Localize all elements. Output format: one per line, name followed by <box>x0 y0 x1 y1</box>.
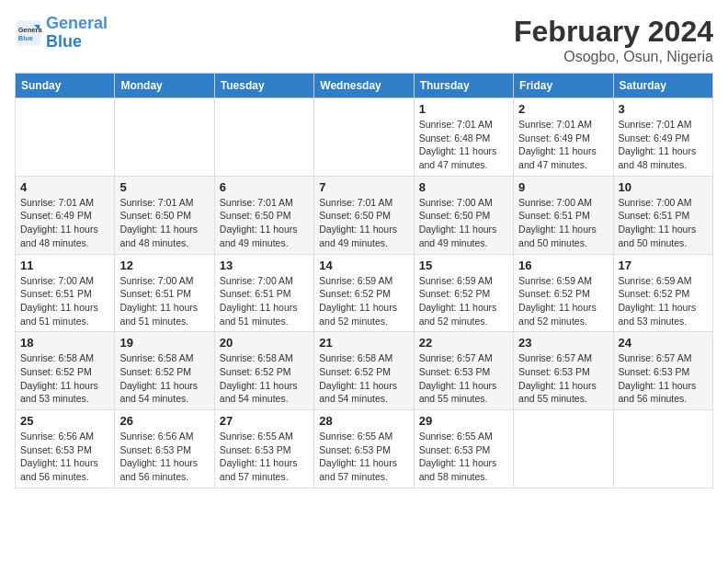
day-info: Sunrise: 6:55 AM Sunset: 6:53 PM Dayligh… <box>419 430 508 484</box>
col-header-tuesday: Tuesday <box>214 74 313 98</box>
day-info: Sunrise: 7:01 AM Sunset: 6:50 PM Dayligh… <box>220 196 309 250</box>
day-number: 21 <box>319 336 408 350</box>
calendar-cell: 15Sunrise: 6:59 AM Sunset: 6:52 PM Dayli… <box>414 254 513 332</box>
calendar-cell <box>314 98 414 177</box>
col-header-monday: Monday <box>115 74 214 98</box>
day-number: 5 <box>119 180 209 194</box>
logo: General Blue GeneralBlue <box>15 15 108 52</box>
day-info: Sunrise: 6:59 AM Sunset: 6:52 PM Dayligh… <box>419 274 508 328</box>
day-info: Sunrise: 6:55 AM Sunset: 6:53 PM Dayligh… <box>319 430 408 484</box>
calendar-cell: 2Sunrise: 7:01 AM Sunset: 6:49 PM Daylig… <box>514 98 613 177</box>
header-row: SundayMondayTuesdayWednesdayThursdayFrid… <box>16 74 713 98</box>
day-info: Sunrise: 6:58 AM Sunset: 6:52 PM Dayligh… <box>220 351 309 406</box>
day-info: Sunrise: 6:57 AM Sunset: 6:53 PM Dayligh… <box>619 351 708 406</box>
day-info: Sunrise: 6:58 AM Sunset: 6:52 PM Dayligh… <box>319 351 408 406</box>
calendar-cell: 8Sunrise: 7:00 AM Sunset: 6:50 PM Daylig… <box>414 176 513 254</box>
day-info: Sunrise: 7:01 AM Sunset: 6:49 PM Dayligh… <box>619 118 708 172</box>
calendar-cell: 7Sunrise: 7:01 AM Sunset: 6:50 PM Daylig… <box>314 176 414 254</box>
calendar-cell: 18Sunrise: 6:58 AM Sunset: 6:52 PM Dayli… <box>16 332 115 410</box>
calendar-cell <box>214 98 313 177</box>
calendar-cell: 10Sunrise: 7:00 AM Sunset: 6:51 PM Dayli… <box>613 176 712 254</box>
day-number: 22 <box>419 336 508 350</box>
day-number: 28 <box>319 414 408 428</box>
day-number: 2 <box>518 102 608 116</box>
day-number: 13 <box>220 259 309 272</box>
main-title: February 2024 <box>514 15 713 49</box>
day-number: 11 <box>20 259 109 272</box>
week-row-4: 18Sunrise: 6:58 AM Sunset: 6:52 PM Dayli… <box>16 332 713 410</box>
day-info: Sunrise: 7:01 AM Sunset: 6:48 PM Dayligh… <box>419 118 508 172</box>
calendar-cell: 19Sunrise: 6:58 AM Sunset: 6:52 PM Dayli… <box>115 332 214 410</box>
day-number: 18 <box>20 336 109 350</box>
col-header-thursday: Thursday <box>414 74 513 98</box>
day-info: Sunrise: 6:59 AM Sunset: 6:52 PM Dayligh… <box>518 274 608 328</box>
week-row-5: 25Sunrise: 6:56 AM Sunset: 6:53 PM Dayli… <box>16 410 713 488</box>
day-info: Sunrise: 7:01 AM Sunset: 6:50 PM Dayligh… <box>319 196 408 250</box>
day-info: Sunrise: 7:00 AM Sunset: 6:51 PM Dayligh… <box>220 274 309 328</box>
calendar-cell: 25Sunrise: 6:56 AM Sunset: 6:53 PM Dayli… <box>16 410 115 488</box>
day-info: Sunrise: 6:56 AM Sunset: 6:53 PM Dayligh… <box>119 430 209 484</box>
calendar-cell: 26Sunrise: 6:56 AM Sunset: 6:53 PM Dayli… <box>115 410 214 488</box>
calendar-cell: 5Sunrise: 7:01 AM Sunset: 6:50 PM Daylig… <box>115 176 214 254</box>
svg-text:Blue: Blue <box>18 33 33 41</box>
day-info: Sunrise: 6:59 AM Sunset: 6:52 PM Dayligh… <box>319 274 408 328</box>
day-info: Sunrise: 6:57 AM Sunset: 6:53 PM Dayligh… <box>419 351 508 406</box>
calendar-cell: 21Sunrise: 6:58 AM Sunset: 6:52 PM Dayli… <box>314 332 414 410</box>
subtitle: Osogbo, Osun, Nigeria <box>514 49 713 65</box>
day-number: 16 <box>518 259 608 272</box>
day-number: 6 <box>220 180 309 194</box>
day-number: 23 <box>518 336 608 350</box>
calendar-table: SundayMondayTuesdayWednesdayThursdayFrid… <box>15 73 713 488</box>
calendar-cell: 14Sunrise: 6:59 AM Sunset: 6:52 PM Dayli… <box>314 254 414 332</box>
day-info: Sunrise: 6:57 AM Sunset: 6:53 PM Dayligh… <box>518 351 608 406</box>
day-number: 15 <box>419 259 508 272</box>
calendar-cell: 23Sunrise: 6:57 AM Sunset: 6:53 PM Dayli… <box>514 332 613 410</box>
day-number: 17 <box>619 259 708 272</box>
day-number: 3 <box>619 102 708 116</box>
col-header-wednesday: Wednesday <box>314 74 414 98</box>
calendar-cell: 24Sunrise: 6:57 AM Sunset: 6:53 PM Dayli… <box>613 332 712 410</box>
week-row-2: 4Sunrise: 7:01 AM Sunset: 6:49 PM Daylig… <box>16 176 713 254</box>
day-info: Sunrise: 6:59 AM Sunset: 6:52 PM Dayligh… <box>619 274 708 328</box>
calendar-cell: 4Sunrise: 7:01 AM Sunset: 6:49 PM Daylig… <box>16 176 115 254</box>
day-info: Sunrise: 7:00 AM Sunset: 6:51 PM Dayligh… <box>20 274 109 328</box>
calendar-cell: 11Sunrise: 7:00 AM Sunset: 6:51 PM Dayli… <box>16 254 115 332</box>
day-number: 20 <box>220 336 309 350</box>
calendar-cell <box>115 98 214 177</box>
calendar-cell: 9Sunrise: 7:00 AM Sunset: 6:51 PM Daylig… <box>514 176 613 254</box>
calendar-cell <box>613 410 712 488</box>
day-info: Sunrise: 7:01 AM Sunset: 6:50 PM Dayligh… <box>119 196 209 250</box>
day-number: 8 <box>419 180 508 194</box>
day-info: Sunrise: 6:56 AM Sunset: 6:53 PM Dayligh… <box>20 430 109 484</box>
day-info: Sunrise: 7:00 AM Sunset: 6:50 PM Dayligh… <box>419 196 508 250</box>
day-number: 12 <box>119 259 209 272</box>
day-number: 25 <box>20 414 109 428</box>
calendar-cell: 13Sunrise: 7:00 AM Sunset: 6:51 PM Dayli… <box>214 254 313 332</box>
day-number: 1 <box>419 102 508 116</box>
day-info: Sunrise: 6:55 AM Sunset: 6:53 PM Dayligh… <box>220 430 309 484</box>
day-number: 14 <box>319 259 408 272</box>
day-number: 27 <box>220 414 309 428</box>
calendar-cell <box>514 410 613 488</box>
calendar-cell: 27Sunrise: 6:55 AM Sunset: 6:53 PM Dayli… <box>214 410 313 488</box>
calendar-cell: 28Sunrise: 6:55 AM Sunset: 6:53 PM Dayli… <box>314 410 414 488</box>
calendar-cell: 29Sunrise: 6:55 AM Sunset: 6:53 PM Dayli… <box>414 410 513 488</box>
calendar-cell: 22Sunrise: 6:57 AM Sunset: 6:53 PM Dayli… <box>414 332 513 410</box>
col-header-saturday: Saturday <box>613 74 712 98</box>
day-number: 26 <box>119 414 209 428</box>
day-info: Sunrise: 7:00 AM Sunset: 6:51 PM Dayligh… <box>518 196 608 250</box>
day-number: 7 <box>319 180 408 194</box>
col-header-sunday: Sunday <box>16 74 115 98</box>
title-block: February 2024 Osogbo, Osun, Nigeria <box>514 15 713 65</box>
page-header: General Blue GeneralBlue February 2024 O… <box>15 15 713 65</box>
calendar-cell: 6Sunrise: 7:01 AM Sunset: 6:50 PM Daylig… <box>214 176 313 254</box>
calendar-cell: 3Sunrise: 7:01 AM Sunset: 6:49 PM Daylig… <box>613 98 712 177</box>
day-number: 29 <box>419 414 508 428</box>
day-number: 4 <box>20 180 109 194</box>
week-row-1: 1Sunrise: 7:01 AM Sunset: 6:48 PM Daylig… <box>16 98 713 177</box>
day-number: 24 <box>619 336 708 350</box>
day-number: 19 <box>119 336 209 350</box>
logo-icon: General Blue <box>15 19 42 47</box>
col-header-friday: Friday <box>514 74 613 98</box>
day-info: Sunrise: 7:01 AM Sunset: 6:49 PM Dayligh… <box>518 118 608 172</box>
